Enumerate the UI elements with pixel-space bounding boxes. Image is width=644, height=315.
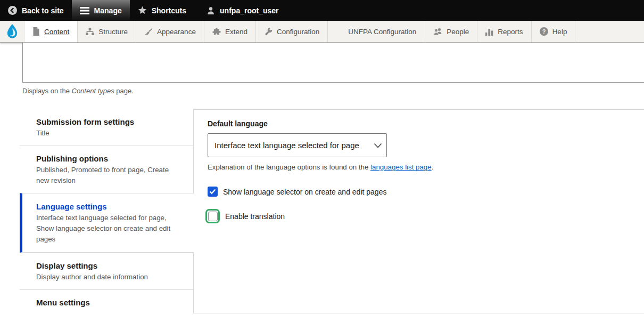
default-language-label: Default language (208, 119, 644, 128)
tab-title: Submission form settings (36, 117, 183, 126)
tab-content-label: Content (44, 28, 69, 36)
bar-chart-icon (485, 28, 493, 36)
vertical-tabs-menu: Submission form settings Title Publishin… (20, 109, 194, 315)
back-arrow-icon (8, 6, 17, 15)
username-label: unfpa_root_user (220, 6, 278, 15)
enable-translation-row: Enable translation (205, 209, 644, 223)
tab-unfpa-configuration[interactable]: UNFPA Configuration (328, 21, 425, 42)
default-language-select-wrap: Interface text language selected for pag… (208, 133, 387, 157)
tab-content[interactable]: Content (24, 21, 78, 42)
enable-translation-label: Enable translation (225, 212, 285, 221)
description-prefix: Displays on the (22, 87, 72, 95)
back-to-site-button[interactable]: Back to site (0, 0, 72, 21)
tab-summary: Interface text language selected for pag… (36, 213, 183, 245)
puzzle-icon (212, 28, 221, 36)
wrench-icon (264, 28, 273, 36)
admin-menu-toolbar: Content Structure Appearance Extend Conf… (0, 21, 644, 43)
show-language-selector-row: Show language selector on create and edi… (208, 187, 644, 197)
admin-toolbar: Back to site Manage Shortcuts unfpa_root… (0, 0, 644, 21)
explanation-prefix: Explanation of the language options is f… (208, 163, 370, 171)
tab-unfpa-configuration-label: UNFPA Configuration (348, 28, 416, 36)
tab-extend-label: Extend (225, 28, 247, 36)
tab-summary: Display author and date information (36, 272, 183, 282)
show-language-selector-checkbox[interactable] (208, 187, 218, 197)
tab-structure-label: Structure (98, 28, 128, 36)
vertical-tabs: Default language Interface text language… (20, 109, 644, 315)
drupal-logo[interactable] (0, 21, 24, 42)
tab-appearance[interactable]: Appearance (136, 21, 204, 42)
people-icon (433, 28, 442, 36)
enable-translation-focus-ring (205, 209, 220, 223)
user-icon (207, 6, 215, 15)
tab-title: Language settings (36, 202, 183, 211)
tab-appearance-label: Appearance (157, 28, 196, 36)
page: Back to site Manage Shortcuts unfpa_root… (0, 0, 644, 315)
shortcuts-label: Shortcuts (152, 6, 186, 15)
tab-configuration-label: Configuration (277, 28, 319, 36)
tab-reports[interactable]: Reports (477, 21, 531, 42)
user-menu[interactable]: unfpa_root_user (199, 0, 286, 21)
tab-submission-form-settings[interactable]: Submission form settings Title (20, 109, 194, 146)
sitemap-icon (86, 28, 94, 36)
question-icon: ? (540, 27, 548, 36)
tab-people[interactable]: People (425, 21, 477, 42)
tab-menu-settings[interactable]: Menu settings (20, 289, 194, 315)
tab-help[interactable]: ? Help (532, 21, 576, 42)
tab-summary: Title (36, 128, 183, 139)
languages-list-page-link[interactable]: languages list page (370, 163, 432, 171)
tab-title: Menu settings (36, 298, 183, 307)
show-language-selector-label: Show language selector on create and edi… (223, 188, 386, 196)
star-icon (138, 6, 147, 15)
tab-configuration[interactable]: Configuration (256, 21, 328, 42)
svg-text:?: ? (542, 28, 546, 35)
language-options-explanation: Explanation of the language options is f… (208, 163, 644, 171)
paintbrush-icon (144, 28, 153, 36)
tab-title: Publishing options (36, 154, 183, 163)
language-settings-panel: Default language Interface text language… (193, 109, 644, 313)
back-to-site-label: Back to site (22, 6, 64, 15)
explanation-suffix: . (432, 163, 434, 171)
manage-tab[interactable]: Manage (72, 0, 130, 21)
tab-language-settings[interactable]: Language settings Interface text languag… (20, 193, 194, 253)
default-language-select[interactable]: Interface text language selected for pag… (208, 133, 387, 157)
description-suffix: page. (114, 87, 134, 95)
field-description: Displays on the Content types page. (22, 87, 134, 95)
description-textarea[interactable] (22, 43, 644, 83)
hamburger-icon (80, 7, 89, 14)
tab-publishing-options[interactable]: Publishing options Published, Promoted t… (20, 146, 194, 193)
checkmark-icon (209, 187, 216, 197)
tab-display-settings[interactable]: Display settings Display author and date… (20, 253, 194, 289)
manage-label: Manage (94, 6, 122, 15)
tab-reports-label: Reports (498, 28, 523, 36)
tab-structure[interactable]: Structure (78, 21, 136, 42)
shortcuts-tab[interactable]: Shortcuts (130, 0, 194, 21)
tab-title: Display settings (36, 261, 183, 270)
tab-help-label: Help (552, 28, 567, 36)
tab-people-label: People (447, 28, 469, 36)
document-icon (32, 27, 40, 36)
tab-summary: Published, Promoted to front page, Creat… (36, 165, 183, 186)
description-italic: Content types (72, 87, 114, 95)
tab-extend[interactable]: Extend (204, 21, 256, 42)
enable-translation-checkbox[interactable] (208, 212, 218, 221)
